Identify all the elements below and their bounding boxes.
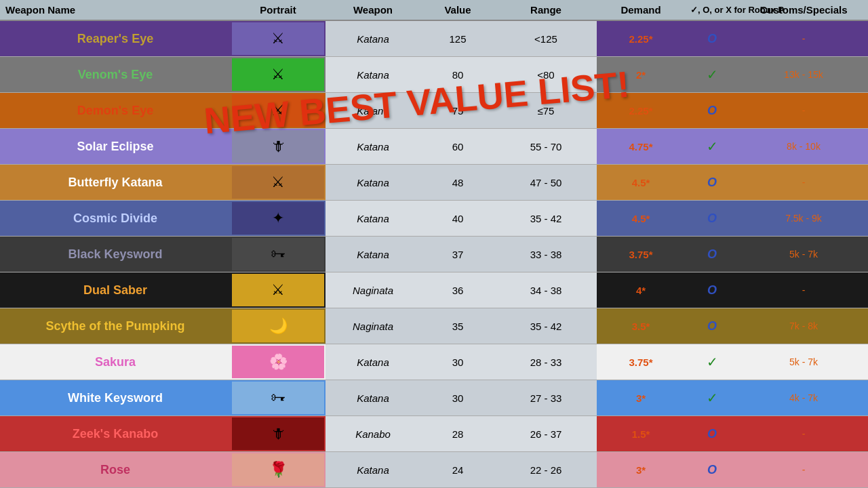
- weapon-range: 33 - 38: [495, 237, 597, 272]
- col-header-range: Range: [495, 0, 597, 20]
- table-row: Butterfly Katana⚔Katana4847 - 504.5*O-: [0, 165, 868, 201]
- weapon-portrait: 🗝: [231, 380, 326, 416]
- weapon-name: Zeek's Kanabo: [0, 416, 231, 452]
- weapon-demand: 2.25*: [597, 93, 685, 129]
- weapon-name: Sakura: [0, 344, 231, 380]
- weapon-table: Weapon Name Portrait Weapon Value Range …: [0, 0, 868, 488]
- weapon-portrait: ⚔: [231, 20, 326, 57]
- weapon-custom: -: [739, 452, 868, 488]
- weapon-name: White Keysword: [0, 380, 231, 416]
- weapon-range: ≤75: [495, 93, 597, 129]
- weapon-demand: 3.75*: [597, 237, 685, 272]
- weapon-check: O: [685, 308, 739, 344]
- weapon-demand: 3*: [597, 452, 685, 488]
- weapon-custom: -: [739, 165, 868, 201]
- table-row: Demon's Eye⚔Katana75≤752.25*O-: [0, 93, 868, 129]
- weapon-range: 55 - 70: [495, 129, 597, 165]
- col-header-name: Weapon Name: [0, 0, 231, 20]
- table-row: Black Keysword🗝Katana3733 - 383.75*O5k -…: [0, 237, 868, 272]
- weapon-range: <80: [495, 57, 597, 93]
- weapon-type: Naginata: [326, 308, 420, 344]
- weapon-type: Katana: [326, 129, 420, 165]
- weapon-portrait: 🌙: [231, 308, 326, 344]
- weapon-value: 28: [420, 416, 495, 452]
- weapon-custom: 7.5k - 9k: [739, 201, 868, 237]
- weapon-check: O: [685, 165, 739, 201]
- table-row: Zeek's Kanabo🗡Kanabo2826 - 371.5*O-: [0, 416, 868, 452]
- weapon-custom: 13k - 15k: [739, 57, 868, 93]
- weapon-name: Reaper's Eye: [0, 20, 231, 57]
- weapon-check: ✓: [685, 57, 739, 93]
- weapon-portrait: 🌹: [231, 452, 326, 488]
- table-row: Reaper's Eye⚔Katana125<1252.25*O-: [0, 20, 868, 57]
- weapon-value: 36: [420, 272, 495, 308]
- weapon-portrait: 🗡: [231, 416, 326, 452]
- weapon-check: ✓: [685, 380, 739, 416]
- weapon-check: O: [685, 93, 739, 129]
- weapon-check: O: [685, 416, 739, 452]
- weapon-portrait: ⚔: [231, 272, 326, 308]
- col-header-weapon: Weapon: [326, 0, 420, 20]
- weapon-custom: -: [739, 93, 868, 129]
- weapon-check: O: [685, 201, 739, 237]
- weapon-value: 75: [420, 93, 495, 129]
- weapon-custom: -: [739, 416, 868, 452]
- weapon-range: 35 - 42: [495, 201, 597, 237]
- weapon-portrait: ⚔: [231, 93, 326, 129]
- weapon-demand: 3.75*: [597, 344, 685, 380]
- weapon-demand: 4.5*: [597, 165, 685, 201]
- weapon-type: Katana: [326, 93, 420, 129]
- weapon-custom: 5k - 7k: [739, 237, 868, 272]
- weapon-type: Naginata: [326, 272, 420, 308]
- weapon-check: ✓: [685, 129, 739, 165]
- weapon-name: Scythe of the Pumpking: [0, 308, 231, 344]
- weapon-type: Katana: [326, 452, 420, 488]
- weapon-value: 30: [420, 380, 495, 416]
- weapon-portrait: ✦: [231, 201, 326, 237]
- table-row: Sakura🌸Katana3028 - 333.75*✓5k - 7k: [0, 344, 868, 380]
- weapon-check: O: [685, 452, 739, 488]
- weapon-portrait: 🌸: [231, 344, 326, 380]
- weapon-type: Katana: [326, 237, 420, 272]
- table-row: Cosmic Divide✦Katana4035 - 424.5*O7.5k -…: [0, 201, 868, 237]
- weapon-type: Katana: [326, 20, 420, 57]
- weapon-range: 27 - 33: [495, 380, 597, 416]
- weapon-range: 28 - 33: [495, 344, 597, 380]
- weapon-value: 125: [420, 20, 495, 57]
- weapon-type: Katana: [326, 57, 420, 93]
- weapon-check: ✓: [685, 344, 739, 380]
- weapon-name: Venom's Eye: [0, 57, 231, 93]
- weapon-value: 60: [420, 129, 495, 165]
- weapon-name: Black Keysword: [0, 237, 231, 272]
- weapon-value: 24: [420, 452, 495, 488]
- weapon-portrait: ⚔: [231, 165, 326, 201]
- weapon-demand: 2*: [597, 57, 685, 93]
- weapon-value: 40: [420, 201, 495, 237]
- weapon-name: Solar Eclipse: [0, 129, 231, 165]
- table-row: Venom's Eye⚔Katana80<802*✓13k - 15k: [0, 57, 868, 93]
- weapon-name: Butterfly Katana: [0, 165, 231, 201]
- weapon-name: Rose: [0, 452, 231, 488]
- weapon-custom: 5k - 7k: [739, 344, 868, 380]
- weapon-value: 30: [420, 344, 495, 380]
- col-header-portrait: Portrait: [231, 0, 326, 20]
- table-row: Dual Saber⚔Naginata3634 - 384*O-: [0, 272, 868, 308]
- weapon-type: Kanabo: [326, 416, 420, 452]
- weapon-portrait: 🗡: [231, 129, 326, 165]
- weapon-demand: 4*: [597, 272, 685, 308]
- weapon-custom: 4k - 7k: [739, 380, 868, 416]
- col-header-demand: Demand: [597, 0, 685, 20]
- weapon-range: <125: [495, 20, 597, 57]
- table-row: White Keysword🗝Katana3027 - 333*✓4k - 7k: [0, 380, 868, 416]
- weapon-portrait: 🗝: [231, 237, 326, 272]
- weapon-value: 35: [420, 308, 495, 344]
- weapon-demand: 1.5*: [597, 416, 685, 452]
- weapon-demand: 4.5*: [597, 201, 685, 237]
- weapon-custom: -: [739, 272, 868, 308]
- weapon-type: Katana: [326, 201, 420, 237]
- table-row: Solar Eclipse🗡Katana6055 - 704.75*✓8k - …: [0, 129, 868, 165]
- main-container: Weapon Name Portrait Weapon Value Range …: [0, 0, 868, 488]
- weapon-demand: 3.5*: [597, 308, 685, 344]
- weapon-demand: 4.75*: [597, 129, 685, 165]
- weapon-value: 80: [420, 57, 495, 93]
